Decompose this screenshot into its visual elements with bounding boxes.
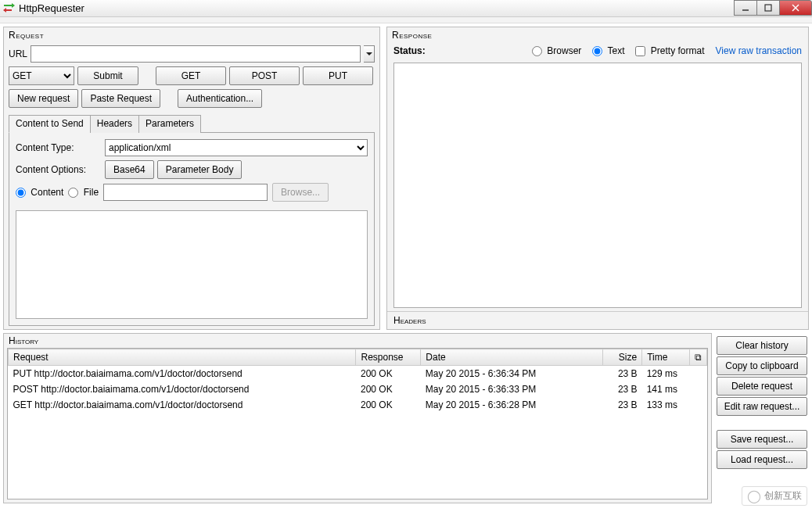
tab-parameters[interactable]: Parameters xyxy=(138,115,201,133)
get-button[interactable]: GET xyxy=(156,66,226,85)
submit-button[interactable]: Submit xyxy=(77,66,138,85)
table-row[interactable]: GET http://doctor.baiaimama.com/v1/docto… xyxy=(9,397,707,413)
load-request-button[interactable]: Load request... xyxy=(717,450,807,469)
maximize-button[interactable] xyxy=(756,0,780,16)
col-response[interactable]: Response xyxy=(356,349,421,366)
request-label: Request xyxy=(4,27,379,42)
response-panel: Response Status: Browser Text Pretty for… xyxy=(386,27,809,330)
edit-raw-request-button[interactable]: Edit raw request... xyxy=(717,397,807,416)
col-time[interactable]: Time xyxy=(642,349,690,366)
authentication-button[interactable]: Authentication... xyxy=(178,89,262,108)
browse-button[interactable]: Browse... xyxy=(272,183,329,202)
content-to-send-panel: Content Type: application/xml Content Op… xyxy=(9,133,375,326)
put-button[interactable]: PUT xyxy=(303,66,373,85)
titlebar: HttpRequester xyxy=(0,0,812,17)
parameter-body-button[interactable]: Parameter Body xyxy=(157,160,243,179)
pretty-format-checkbox[interactable]: Pretty format xyxy=(635,45,704,56)
url-label: URL xyxy=(9,48,27,59)
view-raw-transaction-link[interactable]: View raw transaction xyxy=(716,45,803,56)
chevron-down-icon xyxy=(366,52,372,59)
response-label: Response xyxy=(387,27,808,42)
response-headers-label: Headers xyxy=(387,311,808,329)
window-controls xyxy=(735,0,812,16)
window-title: HttpRequester xyxy=(19,2,84,14)
browser-tabstrip xyxy=(0,17,812,23)
url-dropdown-button[interactable] xyxy=(364,45,375,63)
minimize-button[interactable] xyxy=(734,0,757,16)
delete-request-button[interactable]: Delete request xyxy=(717,377,807,396)
file-path-input[interactable] xyxy=(103,184,268,201)
request-panel: Request URL GET Submit GET POST PUT New … xyxy=(3,27,380,330)
col-size[interactable]: Size xyxy=(602,349,642,366)
content-type-select[interactable]: application/xml xyxy=(105,139,368,156)
new-request-button[interactable]: New request xyxy=(9,89,78,108)
watermark: ◯ 创新互联 xyxy=(742,486,807,506)
svg-rect-1 xyxy=(765,5,771,11)
clear-history-button[interactable]: Clear history xyxy=(717,336,807,355)
content-options-label: Content Options: xyxy=(16,164,102,175)
content-type-label: Content Type: xyxy=(16,142,102,153)
content-body-textarea[interactable] xyxy=(16,210,368,319)
response-body[interactable] xyxy=(393,63,802,308)
col-request[interactable]: Request xyxy=(9,349,356,366)
tab-headers[interactable]: Headers xyxy=(90,115,139,133)
tab-content-to-send[interactable]: Content to Send xyxy=(9,115,91,133)
close-button[interactable] xyxy=(779,0,812,16)
base64-button[interactable]: Base64 xyxy=(105,160,154,179)
content-radio[interactable]: Content xyxy=(16,187,63,198)
table-row[interactable]: PUT http://doctor.baiaimama.com/v1/docto… xyxy=(9,366,707,382)
history-label: History xyxy=(4,334,711,348)
file-radio[interactable]: File xyxy=(68,187,99,198)
httprequester-icon xyxy=(4,3,15,14)
copy-clipboard-button[interactable]: Copy to clipboard xyxy=(717,356,807,375)
save-request-button[interactable]: Save request... xyxy=(717,430,807,449)
status-label: Status: xyxy=(393,45,426,56)
browser-radio[interactable]: Browser xyxy=(532,45,581,56)
col-options-icon[interactable]: ⧉ xyxy=(689,349,706,366)
col-date[interactable]: Date xyxy=(421,349,602,366)
url-input[interactable] xyxy=(31,45,361,63)
content-tabs: Content to Send Headers Parameters xyxy=(9,114,375,133)
history-panel: History Request Response Date Size Time … xyxy=(3,333,712,503)
watermark-icon: ◯ xyxy=(747,489,761,503)
paste-request-button[interactable]: Paste Request xyxy=(81,89,160,108)
history-actions: Clear history Copy to clipboard Delete r… xyxy=(715,333,812,507)
history-table: Request Response Date Size Time ⧉ PUT ht… xyxy=(8,349,707,413)
post-button[interactable]: POST xyxy=(229,66,300,85)
method-select[interactable]: GET xyxy=(9,66,74,85)
text-radio[interactable]: Text xyxy=(592,45,624,56)
table-row[interactable]: POST http://doctor.baiaimama.com/v1/doct… xyxy=(9,381,707,397)
